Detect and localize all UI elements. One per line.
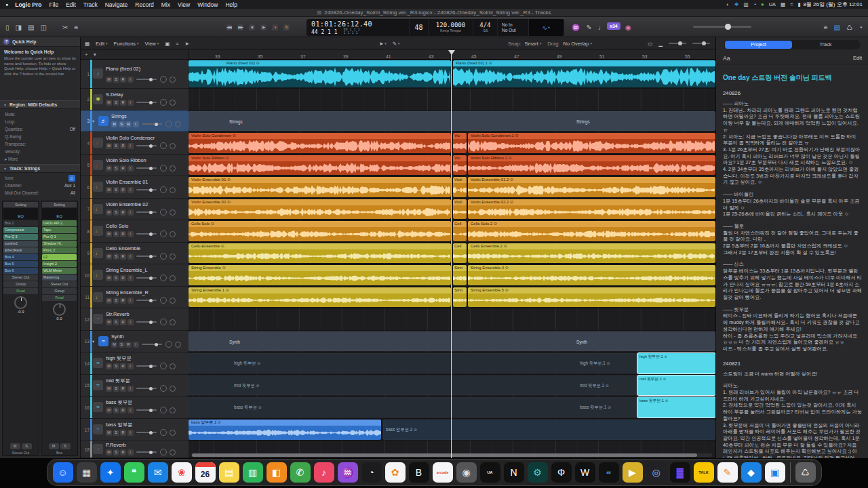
inspector-row-q-swing[interactable]: Q-Swing: [0,133,80,140]
tab-project[interactable]: Project [725,41,792,49]
list-editors-toggle[interactable]: ≡ [74,24,78,31]
pencil-icon[interactable]: ✎ [586,24,591,31]
track-pan-knob[interactable] [160,253,167,260]
menu-edit[interactable]: Edit▾ [96,41,107,47]
solo-button[interactable]: S [113,363,119,369]
region-Violin Solo Condenser.1 ⊙[interactable]: Violin Solo Condenser.1 ⊙ [468,133,715,153]
region-Violin Solo Condenser ⊙[interactable]: Violin Solo Condenser ⊙ [189,133,451,153]
solo-button[interactable]: S [119,121,125,127]
input-monitor-button[interactable]: I [133,342,139,348]
region-Cello Solo ⊙[interactable]: Cello Solo ⊙ [189,221,451,241]
lcd-tempo-section[interactable]: 120.0000 Keep Tempo [429,19,473,36]
region-Strings[interactable]: StringsStrings [189,111,715,131]
region-Strin[interactable]: Strin [453,265,467,285]
browsers-icon[interactable]: ◔ [859,24,863,31]
track-header-3[interactable]: 3▾♬StringsMSRI [81,110,189,132]
dock-analyzer-app[interactable]: ılıl [599,462,619,483]
track-inspector-header[interactable]: ▼ Track: Strings [0,164,80,173]
plugin-slot-bus-1[interactable]: Bus 1 [3,220,38,226]
mute-button[interactable]: M [106,165,112,171]
menu-window[interactable]: Window [197,1,218,8]
track-pan-knob[interactable] [160,99,167,106]
mute-button[interactable]: M [106,209,112,216]
keyboard-icon[interactable]: ▦ [781,1,785,7]
track-output-knob[interactable] [170,275,176,281]
track-output-knob[interactable] [170,165,176,171]
menu-record[interactable]: Record [135,1,153,8]
region-Violin Ensemble 01 ⊙[interactable]: Violin Ensemble 01 ⊙ [189,177,451,197]
dock-izotope-app[interactable]: ◎ [646,462,667,483]
dock-messages[interactable]: ❝ [124,462,144,483]
region-Vio[interactable]: Vio [453,133,467,153]
zoom-horizontal-slider[interactable] [669,43,686,44]
dock-kakaotalk[interactable]: TALK [694,462,714,483]
mute-button[interactable]: M [106,407,112,413]
track-pan-knob[interactable] [165,341,172,348]
solo-button[interactable]: S [113,209,119,216]
record-enable-button[interactable]: R [120,298,126,304]
dock-notes[interactable]: ▤ [219,462,239,483]
lcd-signature-section[interactable]: 4/4 /16 [473,19,498,36]
track-pan-knob[interactable] [160,186,167,193]
mute-button[interactable]: M [111,121,117,127]
dock-photos[interactable]: ❀ [172,462,192,483]
track-lane-7[interactable]: Violin Ensemble 02 ⊙VioliViolin Ensemble… [189,199,715,220]
menu-view[interactable]: View▾ [145,41,159,47]
track-header-12[interactable]: 12~Str.ReverbMSRI [81,308,189,331]
plugin-slot-uadx-api-2-[interactable]: UADx API 2.. [42,220,77,226]
flex-icon[interactable]: ≈ [176,41,178,47]
record-enable-button[interactable]: R [120,253,126,260]
horizontal-scrollbar-thumb[interactable] [192,453,697,457]
status-blue-icon[interactable]: ❖ [734,1,739,7]
input-monitor-button[interactable]: I [127,187,134,193]
track-header-1[interactable]: 1♪Piano (fixed 02)MSRI [81,60,189,89]
track-header-7[interactable]: 7♩Violin Ensemble 02MSRI [81,199,189,220]
track-output-knob[interactable] [170,231,176,237]
inspector-row-mute[interactable]: Mute: [0,110,80,118]
note-pad-content[interactable]: One day 스트링 버전 솔미님 피드백 240826—— 피아노 1. 김… [716,65,868,458]
region-Strin[interactable]: Strin [453,287,467,307]
mute-button[interactable]: M [106,363,112,369]
record-enable-button[interactable]: R [120,275,126,281]
track-header-15[interactable]: 15≈mid 뒷부분MSRI [81,375,189,396]
track-output-knob[interactable] [170,253,176,260]
solo-button[interactable]: S [113,231,119,237]
input-monitor-button[interactable]: I [127,449,134,455]
stop-button[interactable]: ■ [249,24,255,30]
dock-universal-audio-app[interactable]: UA [480,462,500,483]
menu-edit[interactable]: Edit [66,1,76,8]
playhead[interactable] [451,50,452,458]
dock-numbers[interactable]: ▥ [243,462,263,483]
clock-icon[interactable]: ◔ [753,1,757,7]
pan-knob[interactable] [14,296,27,309]
track-volume-slider[interactable] [136,432,157,433]
dock-waves-app[interactable]: W [575,462,595,483]
region-mid 뒷부분 ⊙[interactable]: mid 뒷부분 ⊙mid 뒷부분.1 ⊙ [189,375,715,395]
plugin-slot-soothe2[interactable]: soothe2 [3,241,38,247]
solo-button[interactable]: S [113,77,119,83]
zoom-vertical-slider[interactable] [692,43,710,44]
region-bass 뒷부분 ⊙[interactable]: bass 뒷부분 ⊙bass 뒷부분.1 ⊙ [189,397,715,418]
record-enable-button[interactable]: R [120,165,126,171]
solo-button[interactable]: S [113,275,119,281]
track-volume-slider[interactable] [136,256,157,257]
snap-menu[interactable]: Snap: Smart ▾ [508,41,541,47]
dock-video-app[interactable]: ▶ [623,462,643,483]
horizontal-scrollbar[interactable] [191,453,712,457]
track-volume-slider[interactable] [136,365,157,367]
track-header-14[interactable]: 14≈high 뒷부분MSRI [81,352,189,375]
apple-menu-icon[interactable]: ● [5,2,8,7]
add-track-button[interactable]: + [85,52,88,58]
note-pad-icon[interactable]: ▤ [834,24,840,31]
track-output-knob[interactable] [170,77,176,83]
input-monitor-button[interactable]: I [127,231,134,237]
track-header-4[interactable]: 4♩Violin Solo CondenserMSRI [81,132,189,155]
solo-button[interactable]: S [113,143,119,149]
track-pan-knob[interactable] [160,385,167,392]
track-volume-slider[interactable] [142,123,162,125]
mute-button[interactable]: M [106,77,112,83]
menu-view[interactable]: View [178,1,190,8]
mute-button[interactable]: M [106,449,112,455]
track-options-button[interactable]: ▾ [94,52,96,58]
track-volume-slider[interactable] [136,79,157,80]
